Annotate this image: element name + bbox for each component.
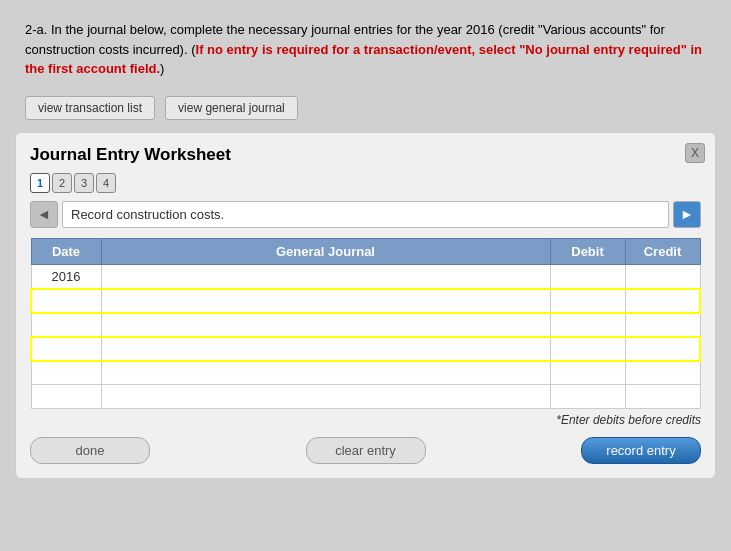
table-row [31, 385, 700, 409]
table-row-highlight-2 [31, 337, 700, 361]
journal-cell-2[interactable] [101, 289, 550, 313]
instruction-suffix: ) [160, 61, 164, 76]
date-cell-2 [31, 289, 101, 313]
done-button[interactable]: done [30, 437, 150, 464]
top-buttons-area: view transaction list view general journ… [15, 96, 716, 120]
record-entry-button[interactable]: record entry [581, 437, 701, 464]
clear-entry-button[interactable]: clear entry [306, 437, 426, 464]
debit-cell-6[interactable] [550, 385, 625, 409]
credit-cell-1[interactable] [625, 264, 700, 289]
tab-1[interactable]: 1 [30, 173, 50, 193]
credit-cell-6[interactable] [625, 385, 700, 409]
table-row-highlight-1 [31, 289, 700, 313]
enter-debits-note: *Enter debits before credits [30, 413, 701, 427]
debit-cell-4[interactable] [550, 337, 625, 361]
header-date: Date [31, 238, 101, 264]
header-debit: Debit [550, 238, 625, 264]
date-cell-3 [31, 313, 101, 337]
journal-cell-6[interactable] [101, 385, 550, 409]
worksheet-container: X Journal Entry Worksheet 1 2 3 4 ◄ Reco… [15, 132, 716, 480]
close-button[interactable]: X [685, 143, 705, 163]
debit-cell-3[interactable] [550, 313, 625, 337]
date-cell-4 [31, 337, 101, 361]
credit-cell-3[interactable] [625, 313, 700, 337]
debit-cell-2[interactable] [550, 289, 625, 313]
tab-4[interactable]: 4 [96, 173, 116, 193]
view-transaction-list-button[interactable]: view transaction list [25, 96, 155, 120]
credit-cell-2[interactable] [625, 289, 700, 313]
debit-cell-1[interactable] [550, 264, 625, 289]
credit-cell-5[interactable] [625, 361, 700, 385]
bottom-buttons-area: done clear entry record entry [30, 437, 701, 464]
worksheet-title: Journal Entry Worksheet [30, 145, 701, 165]
table-row [31, 361, 700, 385]
date-cell-6 [31, 385, 101, 409]
journal-cell-5[interactable] [101, 361, 550, 385]
nav-right-button[interactable]: ► [673, 201, 701, 228]
journal-cell-1[interactable] [101, 264, 550, 289]
header-general-journal: General Journal [101, 238, 550, 264]
debit-cell-5[interactable] [550, 361, 625, 385]
tab-3[interactable]: 3 [74, 173, 94, 193]
table-row: 2016 [31, 264, 700, 289]
credit-cell-4[interactable] [625, 337, 700, 361]
nav-left-button[interactable]: ◄ [30, 201, 58, 228]
journal-cell-4[interactable] [101, 337, 550, 361]
tab-2[interactable]: 2 [52, 173, 72, 193]
tab-row: 1 2 3 4 [30, 173, 701, 193]
nav-description: Record construction costs. [62, 201, 669, 228]
nav-area: ◄ Record construction costs. ► [30, 201, 701, 228]
view-general-journal-button[interactable]: view general journal [165, 96, 298, 120]
date-cell-1: 2016 [31, 264, 101, 289]
header-credit: Credit [625, 238, 700, 264]
instruction-area: 2-a. In the journal below, complete the … [15, 15, 716, 84]
date-cell-5 [31, 361, 101, 385]
journal-table: Date General Journal Debit Credit 2016 [30, 238, 701, 410]
table-row [31, 313, 700, 337]
journal-cell-3[interactable] [101, 313, 550, 337]
